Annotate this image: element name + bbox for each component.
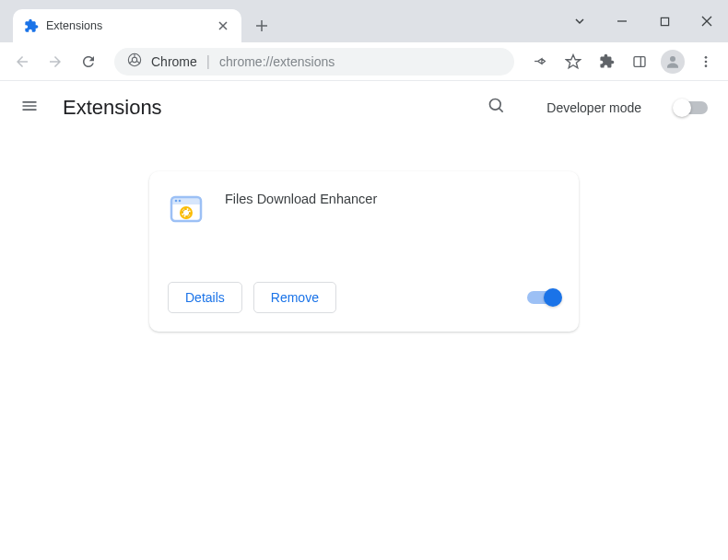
- page-title: Extensions: [63, 96, 162, 120]
- chevron-down-icon[interactable]: [558, 0, 601, 42]
- chrome-icon: [127, 52, 142, 71]
- bookmark-icon[interactable]: [560, 49, 586, 75]
- forward-button[interactable]: [42, 49, 68, 75]
- svg-rect-0: [661, 18, 668, 25]
- reload-button[interactable]: [76, 49, 101, 75]
- svg-point-13: [175, 200, 178, 203]
- svg-point-7: [705, 60, 708, 63]
- svg-point-6: [705, 56, 708, 59]
- svg-point-8: [705, 64, 708, 67]
- svg-line-10: [499, 109, 503, 112]
- close-window-button[interactable]: [686, 0, 728, 42]
- svg-point-9: [490, 99, 501, 111]
- extensions-icon[interactable]: [593, 49, 619, 75]
- address-bar[interactable]: Chrome | chrome://extensions: [114, 48, 514, 76]
- developer-mode-label: Developer mode: [546, 100, 641, 115]
- extension-card: Files Download Enhancer Details Remove: [149, 171, 579, 332]
- tab-title: Extensions: [46, 19, 208, 32]
- puzzle-icon: [24, 18, 39, 33]
- search-icon[interactable]: [487, 97, 510, 119]
- remove-button[interactable]: Remove: [253, 282, 336, 313]
- menu-icon[interactable]: [693, 49, 719, 75]
- maximize-button[interactable]: [643, 0, 686, 42]
- close-icon[interactable]: [216, 18, 230, 33]
- extension-name: Files Download Enhancer: [225, 192, 377, 273]
- details-button[interactable]: Details: [168, 282, 242, 313]
- svg-point-2: [132, 57, 136, 62]
- back-button[interactable]: [9, 49, 35, 75]
- svg-rect-3: [634, 56, 645, 66]
- addr-url: chrome://extensions: [219, 54, 335, 69]
- addr-scheme: Chrome: [151, 54, 197, 69]
- share-icon[interactable]: [527, 49, 553, 75]
- svg-point-14: [179, 200, 182, 203]
- hamburger-icon[interactable]: [20, 97, 42, 119]
- addr-divider: |: [206, 53, 210, 70]
- minimize-button[interactable]: [601, 0, 643, 42]
- new-tab-button[interactable]: [249, 13, 275, 39]
- extension-icon: [168, 190, 205, 227]
- sidepanel-icon[interactable]: [627, 49, 652, 75]
- svg-point-5: [670, 56, 675, 62]
- developer-mode-toggle[interactable]: [675, 101, 708, 114]
- browser-tab[interactable]: Extensions: [13, 9, 241, 42]
- extension-enable-toggle[interactable]: [527, 291, 560, 304]
- profile-avatar[interactable]: [660, 49, 686, 75]
